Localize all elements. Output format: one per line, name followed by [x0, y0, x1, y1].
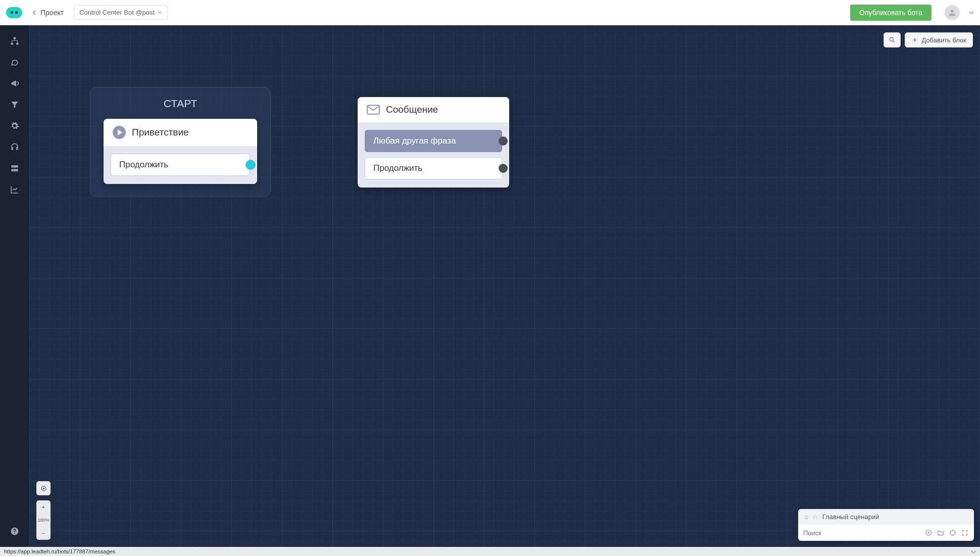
add-block-button[interactable]: Добавить блок [905, 32, 973, 48]
search-canvas-button[interactable] [884, 32, 901, 48]
svg-point-6 [13, 166, 14, 167]
sidebar-item-settings[interactable] [4, 116, 25, 135]
greeting-node[interactable]: Приветствие Продолжить [104, 119, 257, 184]
back-to-project-button[interactable]: Проект [28, 7, 68, 19]
sidebar-item-help[interactable] [4, 522, 25, 541]
chevron-down-icon [158, 10, 162, 15]
zoom-controls: + 180% − [36, 481, 51, 540]
back-label: Проект [40, 9, 64, 17]
fit-view-button[interactable] [36, 481, 51, 495]
sidebar-item-support[interactable] [4, 137, 25, 157]
arrow-left-icon [32, 10, 37, 15]
message-node-body: Любая другая фраза Продолжить [358, 123, 509, 188]
sidebar-item-messages[interactable] [4, 53, 25, 72]
headset-icon [10, 143, 19, 152]
bot-selector-dropdown[interactable]: Control Center Bot @post [74, 5, 168, 20]
plus-icon [911, 36, 918, 43]
svg-point-9 [890, 37, 894, 41]
svg-rect-4 [11, 165, 18, 168]
scenario-row[interactable]: ⌂ ☆ Главный сценарий [798, 509, 974, 525]
expand-button[interactable] [961, 529, 969, 537]
svg-rect-5 [11, 169, 18, 172]
search-icon [889, 36, 896, 43]
output-port[interactable] [246, 160, 256, 170]
output-port[interactable] [499, 136, 508, 146]
svg-rect-2 [11, 43, 14, 45]
scenario-panel: ⌂ ☆ Главный сценарий [798, 509, 974, 541]
sidebar-item-filter[interactable] [4, 95, 25, 114]
message-node-title: Сообщение [386, 104, 438, 115]
user-avatar[interactable] [945, 5, 960, 20]
message-node-header: Сообщение [358, 97, 509, 123]
message-node-wrapper: Сообщение Любая другая фраза Продолжить [358, 97, 509, 188]
bot-name: Control Center Bot @post [79, 9, 155, 16]
svg-point-7 [13, 170, 14, 171]
sidebar-item-data[interactable] [4, 159, 25, 178]
message-option-any[interactable]: Любая другая фраза [365, 130, 502, 152]
start-group[interactable]: СТАРТ Приветствие Продолжить [90, 87, 271, 197]
app-header: Проект Control Center Bot @post Опублико… [0, 0, 980, 25]
app-logo [6, 7, 22, 18]
gear-icon [10, 121, 19, 130]
question-icon [10, 527, 19, 536]
svg-rect-1 [14, 37, 16, 39]
svg-point-0 [951, 10, 954, 13]
flow-canvas[interactable]: Добавить блок СТАРТ Приветствие [29, 25, 980, 547]
target-icon [40, 485, 47, 492]
status-url: https://app.leadteh.ru/bots/177887/messa… [4, 548, 115, 554]
scroll-indicator-icon [971, 549, 976, 554]
locate-button[interactable] [949, 529, 957, 537]
sidebar-item-broadcast[interactable] [4, 74, 25, 93]
svg-point-14 [950, 530, 955, 535]
svg-rect-3 [16, 43, 19, 45]
user-menu-caret-icon[interactable] [969, 10, 974, 15]
greeting-option-continue[interactable]: Продолжить [111, 154, 250, 176]
add-scenario-button[interactable] [924, 529, 933, 537]
zoom-level-label: 180% [36, 514, 51, 527]
main-area: Сообщения Добавить блок СТАРТ [0, 25, 980, 547]
zoom-group: + 180% − [36, 500, 51, 540]
greeting-node-title: Приветствие [132, 127, 189, 138]
left-sidebar: Сообщения [0, 25, 29, 547]
option-label: Продолжить [373, 163, 422, 173]
folder-button[interactable] [937, 529, 945, 537]
svg-point-12 [43, 488, 44, 489]
megaphone-icon [10, 79, 19, 88]
scenario-search-row [798, 525, 974, 541]
sidebar-item-structure[interactable] [4, 31, 25, 51]
server-icon [10, 164, 19, 173]
greeting-node-header: Приветствие [104, 119, 257, 147]
publish-bot-button[interactable]: Опубликовать бота [850, 5, 932, 21]
output-port[interactable] [499, 164, 508, 173]
funnel-icon [10, 100, 19, 109]
sidebar-item-analytics[interactable] [4, 180, 25, 199]
start-group-title: СТАРТ [104, 98, 257, 110]
chat-icon [10, 58, 19, 67]
star-icon: ☆ [812, 513, 818, 521]
home-icon: ⌂ [804, 513, 808, 521]
zoom-out-button[interactable]: − [36, 527, 51, 540]
scenario-label: Главный сценарий [822, 513, 879, 521]
zoom-in-button[interactable]: + [36, 500, 51, 514]
play-icon [113, 126, 126, 139]
scenario-search-input[interactable] [803, 529, 920, 537]
chart-icon [10, 185, 19, 194]
greeting-node-body: Продолжить [104, 147, 257, 184]
option-label: Продолжить [119, 160, 168, 169]
option-label: Любая другая фраза [373, 136, 456, 146]
message-node[interactable]: Сообщение Любая другая фраза Продолжить [358, 97, 509, 188]
add-block-label: Добавить блок [921, 36, 966, 44]
message-option-continue[interactable]: Продолжить [365, 157, 502, 179]
canvas-toolbar: Добавить блок [884, 32, 973, 48]
browser-statusbar: https://app.leadteh.ru/bots/177887/messa… [0, 547, 980, 556]
sitemap-icon [10, 36, 19, 45]
envelope-icon [367, 105, 380, 115]
user-icon [948, 8, 957, 17]
